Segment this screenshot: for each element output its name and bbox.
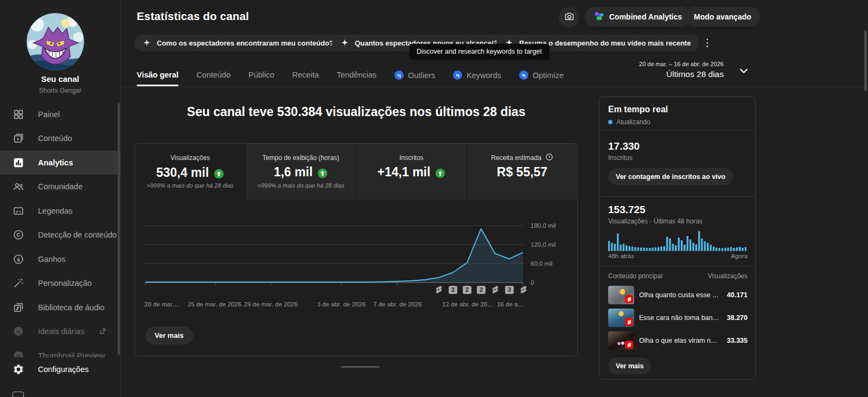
video-publish-markers: 2223 — [144, 286, 524, 296]
sidebar-item-label: Comunidade — [38, 182, 82, 191]
vidiq-badge-icon: iq — [519, 71, 528, 80]
tab-label: Keywords — [467, 71, 501, 80]
subtitles-icon — [12, 205, 24, 217]
sidebar-item-conteudo[interactable]: Conteúdo — [0, 126, 120, 150]
realtime-see-more-button[interactable]: Ver mais — [608, 357, 651, 374]
tab-publico[interactable]: Público — [248, 66, 275, 86]
metric-cards-row: Visualizações 530,4 mil >999% a mais do … — [135, 144, 577, 200]
date-range-text: 20 de mar. – 16 de abr. de 2026 — [639, 61, 724, 67]
sidebar-item-label: Painel — [38, 110, 60, 119]
video-count-marker[interactable]: 2 — [463, 286, 471, 294]
realtime-card: Em tempo real Atualizando 17.330 Inscrit… — [599, 97, 756, 380]
sidebar-item-ideais-diarias[interactable]: iQ Ideais diárias — [0, 319, 120, 343]
external-link-icon — [99, 328, 106, 337]
video-count-marker[interactable]: 3 — [505, 286, 514, 294]
camera-icon — [564, 11, 575, 24]
realtime-title: Em tempo real — [608, 105, 668, 114]
metric-value: 1,6 mil — [274, 165, 313, 180]
shorts-badge-icon — [625, 318, 633, 326]
video-views: 40.171 — [727, 291, 748, 299]
trend-up-icon — [435, 167, 445, 177]
y-axis-tick: 0 — [531, 279, 534, 286]
shorts-marker-icon[interactable] — [491, 285, 500, 294]
x-axis-tick: 7 de abr. de 2026 — [373, 301, 422, 308]
metric-card-inscritos[interactable]: Inscritos +14,1 mil — [356, 144, 467, 200]
sidebar-scrollbar[interactable] — [118, 103, 120, 355]
sidebar-item-legendas[interactable]: Legendas — [0, 199, 120, 223]
customization-icon — [12, 277, 24, 290]
top-content-row[interactable]: Olha quanto custa esse … 40.171 — [608, 286, 748, 304]
sidebar-item-deteccao[interactable]: Detecção de conteúdo — [0, 223, 120, 247]
video-count-marker[interactable]: 2 — [449, 286, 457, 294]
sidebar-item-personalizacao[interactable]: Personalização — [0, 271, 120, 295]
sidebar-item-label: Configurações — [38, 365, 89, 374]
advanced-mode-button[interactable]: Modo avançado — [685, 7, 761, 27]
tab-keywords[interactable]: iqKeywords — [453, 66, 501, 87]
views-line-chart[interactable] — [144, 211, 524, 292]
shorts-marker-icon[interactable] — [435, 285, 443, 294]
top-content-header: Conteúdo principal Visualizações — [608, 272, 748, 280]
sidebar-bottom-section: Configurações — [0, 357, 120, 397]
sidebar-item-ganhos[interactable]: $ Ganhos — [0, 247, 120, 271]
tab-optimize[interactable]: iqOptimize — [519, 66, 564, 87]
copyright-icon — [12, 229, 24, 241]
live-updating-dot-icon — [608, 120, 612, 124]
chips-overflow-menu[interactable]: ⋮ — [701, 34, 713, 52]
channel-avatar[interactable] — [27, 13, 84, 71]
sidebar-item-biblioteca-audio[interactable]: Biblioteca de áudio — [0, 296, 120, 319]
metric-card-visualizacoes[interactable]: Visualizações 530,4 mil >999% a mais do … — [135, 144, 245, 200]
realtime-views-label: Visualizações · Últimas 48 horas — [608, 217, 703, 225]
48h-views-bar-sparkline[interactable] — [608, 230, 748, 251]
sidebar-item-comunidade[interactable]: Comunidade — [0, 175, 120, 198]
overview-chart-card: Visualizações 530,4 mil >999% a mais do … — [135, 143, 578, 356]
shorts-badge-icon — [625, 341, 633, 349]
sidebar-item-painel[interactable]: Painel — [0, 103, 120, 126]
sidebar-item-label: Biblioteca de áudio — [38, 303, 105, 312]
feedback-icon[interactable] — [12, 392, 24, 397]
video-title: Olha o que elas viram n… — [639, 337, 722, 344]
gengar-avatar-image — [27, 13, 84, 71]
analytics-icon — [12, 157, 24, 169]
top-content-row[interactable]: Olha o que elas viram n… 33.335 — [608, 331, 748, 350]
divider — [599, 266, 755, 266]
sidebar-item-configuracoes[interactable]: Configurações — [0, 357, 120, 381]
screenshot-camera-button[interactable] — [559, 7, 579, 28]
page-scrollbar[interactable] — [864, 30, 867, 91]
dashboard-icon — [12, 108, 24, 121]
sidebar-item-label: Ideais diárias — [38, 327, 84, 336]
sidebar: Seu canal Shorts Gengar Painel Conteúdo … — [0, 0, 121, 397]
metric-label: Visualizações — [170, 153, 210, 163]
tab-outliers[interactable]: iqOutliers — [394, 66, 435, 87]
insight-chip-how-viewers-found[interactable]: Como os espectadores encontraram meu con… — [134, 35, 342, 52]
analytics-tabs: Visão geral Conteúdo Público Receita Ten… — [137, 66, 564, 87]
advanced-mode-label: Modo avançado — [694, 12, 751, 21]
divider — [599, 196, 755, 197]
x-axis-tick: 16 de a… — [497, 301, 524, 308]
chevron-down-icon[interactable] — [737, 63, 751, 78]
tab-label: Receita — [292, 71, 319, 79]
date-range-selector[interactable]: 20 de mar. – 16 de abr. de 2026 Últimos … — [639, 61, 724, 79]
y-axis-tick: 120,0 mil — [531, 241, 556, 248]
tab-conteudo[interactable]: Conteúdo — [196, 66, 231, 86]
see-more-label: Ver mais — [616, 362, 643, 370]
shorts-marker-icon[interactable] — [519, 285, 528, 294]
shorts-badge-icon — [625, 295, 633, 303]
combined-analytics-button[interactable]: Combined Analytics — [585, 7, 691, 27]
top-content-row[interactable]: Esse cara não toma ban… 38.270 — [608, 309, 748, 327]
tab-visao-geral[interactable]: Visão geral — [137, 66, 178, 86]
sidebar-item-label: Personalização — [38, 279, 92, 287]
sidebar-item-analytics[interactable]: Analytics — [0, 151, 120, 175]
video-thumbnail — [608, 331, 634, 350]
metric-card-tempo-exibicao[interactable]: Tempo de exibição (horas) 1,6 mil >999% … — [245, 144, 356, 200]
live-subscriber-count-button[interactable]: Ver contagem de inscritos ao vivo — [608, 168, 733, 185]
tab-receita[interactable]: Receita — [292, 66, 319, 86]
metric-card-receita-estimada[interactable]: Receita estimada R$ 55,57 — [467, 144, 577, 200]
settings-gear-icon — [12, 363, 24, 376]
realtime-status-label: Atualizando — [616, 118, 650, 126]
community-icon — [12, 181, 24, 193]
see-more-button[interactable]: Ver mais — [145, 326, 193, 344]
sidebar-item-label: Conteúdo — [38, 134, 72, 143]
video-count-marker[interactable]: 2 — [477, 286, 486, 294]
tab-tendencias[interactable]: Tendências — [337, 66, 376, 86]
scroll-indicator[interactable] — [341, 366, 380, 368]
